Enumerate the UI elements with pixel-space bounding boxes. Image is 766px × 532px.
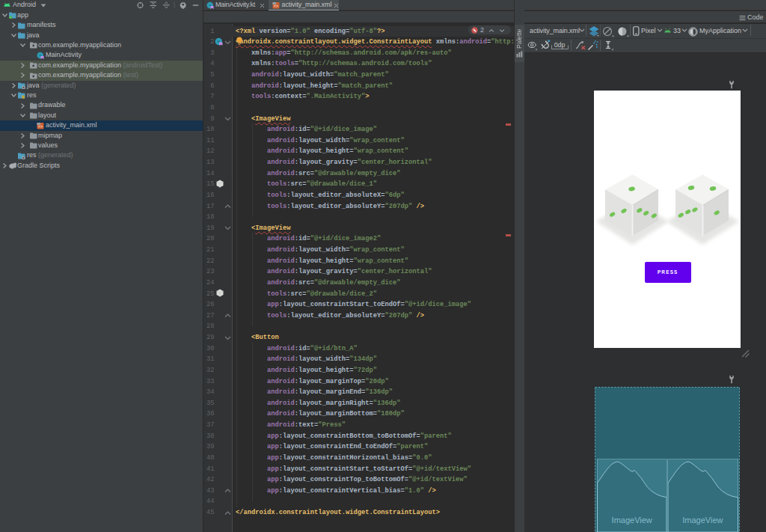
svg-text:ImageView: ImageView	[612, 516, 652, 525]
svg-text:<>: <>	[274, 4, 279, 9]
svg-text:<>: <>	[38, 124, 43, 129]
svg-text:ImageView: ImageView	[682, 516, 723, 525]
